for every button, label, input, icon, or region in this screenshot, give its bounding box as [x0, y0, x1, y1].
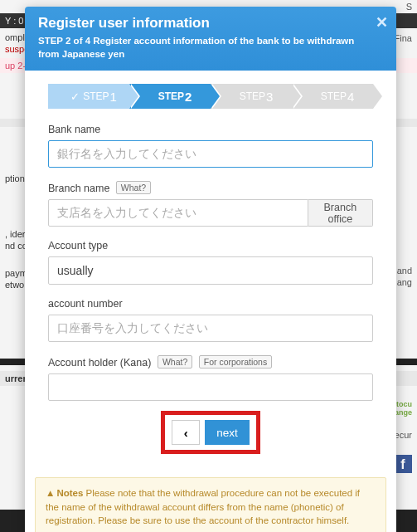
next-button[interactable]: next — [205, 420, 250, 445]
facebook-icon: f — [394, 455, 412, 473]
what-button-2[interactable]: What? — [158, 355, 192, 368]
nav-buttons: ‹ next — [48, 411, 373, 454]
account-holder-label: Account holder (Kana) What? For corporat… — [48, 355, 373, 368]
branch-name-group: Branch name What? Branch office — [48, 181, 373, 227]
step-2: STEP2 — [129, 84, 211, 109]
close-icon[interactable]: ✕ — [376, 13, 388, 32]
what-button[interactable]: What? — [116, 181, 151, 194]
account-type-group: Account type usually — [48, 240, 373, 285]
account-holder-input[interactable] — [48, 373, 373, 401]
branch-office-button[interactable]: Branch office — [308, 199, 373, 227]
branch-name-input[interactable] — [48, 199, 308, 227]
notes-body: Please note that the withdrawal procedur… — [46, 488, 360, 525]
account-type-select[interactable]: usually — [48, 256, 373, 285]
modal-subtitle: STEP 2 of 4 Register account information… — [38, 35, 368, 61]
warning-icon: ▲ — [46, 488, 55, 498]
nav-highlight-box: ‹ next — [161, 411, 260, 454]
chevron-left-icon: ‹ — [184, 426, 188, 440]
account-number-input[interactable] — [48, 315, 373, 342]
step-1: ✓ STEP1 — [48, 84, 129, 109]
account-number-group: account number — [48, 298, 373, 342]
bank-name-label: Bank name — [48, 124, 373, 135]
bank-name-input[interactable] — [48, 140, 373, 168]
branch-name-label: Branch name What? — [48, 181, 373, 194]
account-holder-group: Account holder (Kana) What? For corporat… — [48, 355, 373, 401]
back-button[interactable]: ‹ — [172, 420, 200, 445]
modal-title: Register user information — [38, 15, 368, 32]
notes-title: Notes — [56, 488, 83, 498]
step-4: STEP4 — [292, 84, 373, 109]
step-3: STEP3 — [211, 84, 292, 109]
account-number-label: account number — [48, 298, 373, 310]
account-type-label: Account type — [48, 240, 373, 251]
check-icon: ✓ — [70, 90, 80, 103]
notes-box: ▲Notes Please note that the withdrawal p… — [35, 477, 386, 532]
register-modal: Register user information STEP 2 of 4 Re… — [25, 7, 396, 532]
modal-header: Register user information STEP 2 of 4 Re… — [25, 7, 396, 71]
step-indicator: ✓ STEP1 STEP2 STEP3 STEP4 — [48, 84, 373, 109]
bank-name-group: Bank name — [48, 124, 373, 168]
for-corporations-button[interactable]: For corporations — [199, 355, 272, 368]
